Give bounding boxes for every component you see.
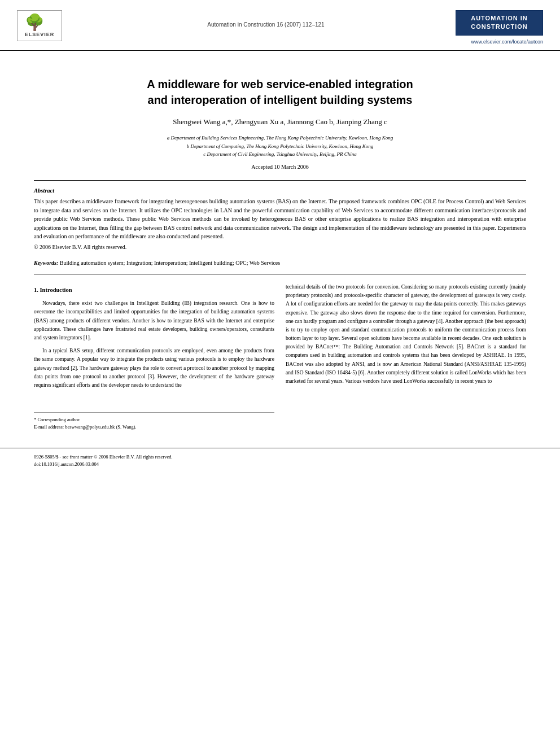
left-column: 1. Introduction Nowadays, there exist tw… [34,283,274,431]
abstract-text: This paper describes a middleware framew… [34,197,526,241]
divider-bottom [34,274,526,274]
section1-heading: 1. Introduction [34,286,274,295]
keywords-label: Keywords: [34,260,58,266]
keywords-line: Keywords: Building automation system; In… [34,259,526,267]
divider-top [34,180,526,181]
affiliation-b: b Department of Computing, The Hong Kong… [34,142,526,150]
header: 🌳 ELSEVIER Automation in Construction 16… [0,0,560,51]
affiliation-c: c Department of Civil Engineering, Tsing… [34,150,526,158]
section1-para1: Nowadays, there exist two challenges in … [34,299,274,342]
elsevier-text: ELSEVIER [25,32,55,37]
affiliations: a Department of Building Services Engine… [34,134,526,158]
journal-url: www.elsevier.com/locate/autcon [471,39,543,45]
footer: 0926-5805/$ - see front matter © 2006 El… [0,448,560,471]
section1-para2: In a typical BAS setup, different commun… [34,347,274,390]
affiliation-a: a Department of Building Services Engine… [34,134,526,142]
banner-line1: AUTOMATION IN [471,15,528,21]
banner-line2: CONSTRUCTION [471,23,528,30]
abstract-label: Abstract [34,187,526,194]
footer-rights: 0926-5805/$ - see front matter © 2006 El… [34,454,526,460]
two-col-body: 1. Introduction Nowadays, there exist tw… [34,283,526,431]
footnote-section: * Corresponding author. E-mail address: … [34,412,274,431]
title-line1: A middleware for web service-enabled int… [147,78,413,90]
copyright: © 2006 Elsevier B.V. All rights reserved… [34,244,526,250]
right-column: technical details of the two protocols f… [286,283,526,431]
elsevier-logo: 🌳 ELSEVIER [17,10,68,41]
authors: Shengwei Wang a,*, Zhengyuan Xu a, Jiann… [34,116,526,128]
footer-doi: doi:10.1016/j.autcon.2006.03.004 [34,461,526,467]
header-center: Automation in Construction 16 (2007) 112… [79,10,453,28]
article-title: A middleware for web service-enabled int… [34,76,526,108]
section1-right-para1: technical details of the two protocols f… [286,283,526,386]
elsevier-tree-icon: 🌳 [25,15,55,30]
title-line2: and interoperation of intelligent buildi… [148,94,413,106]
journal-reference: Automation in Construction 16 (2007) 112… [79,21,453,28]
abstract-section: Abstract This paper describes a middlewa… [34,187,526,250]
journal-banner: AUTOMATION IN CONSTRUCTION [456,10,543,36]
footnote-corresponding: * Corresponding author. [34,416,274,423]
footnote-email: E-mail address: beswwang@polyu.edu.hk (S… [34,423,274,431]
keywords-values: Building automation system; Integration;… [60,260,280,266]
page: 🌳 ELSEVIER Automation in Construction 16… [0,0,560,747]
header-right: AUTOMATION IN CONSTRUCTION www.elsevier.… [453,10,543,45]
accepted-date: Accepted 10 March 2006 [34,164,526,170]
main-content: A middleware for web service-enabled int… [0,51,560,442]
